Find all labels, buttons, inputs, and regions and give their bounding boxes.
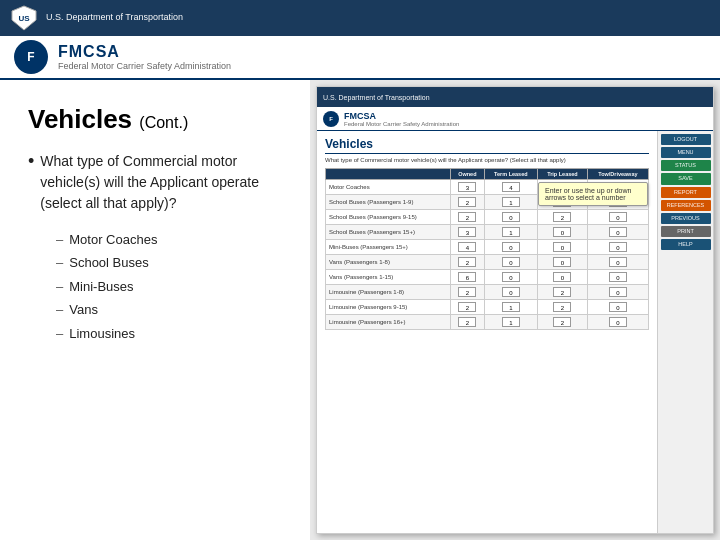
previous-button[interactable]: PREVIOUS — [661, 213, 711, 224]
row-value-cell[interactable]: 0 — [587, 210, 648, 225]
row-value-cell[interactable]: 0 — [587, 315, 648, 330]
row-value-cell[interactable]: 0 — [538, 255, 588, 270]
row-value-cell[interactable]: 4 — [484, 180, 538, 195]
row-value-cell[interactable]: 2 — [538, 300, 588, 315]
row-value-cell[interactable]: 4 — [451, 240, 484, 255]
gov-logo-area: US U.S. Department of Transportation — [10, 4, 183, 32]
inner-fmcsa-title: FMCSA — [344, 111, 459, 121]
save-button[interactable]: SAVE — [661, 173, 711, 184]
row-value-cell[interactable]: 0 — [484, 270, 538, 285]
number-input[interactable]: 0 — [553, 272, 571, 282]
left-panel: Vehicles (Cont.) • What type of Commerci… — [0, 80, 310, 540]
number-input[interactable]: 0 — [502, 257, 520, 267]
row-value-cell[interactable]: 0 — [484, 285, 538, 300]
number-input[interactable]: 0 — [553, 257, 571, 267]
dash-icon: – — [56, 298, 63, 321]
row-value-cell[interactable]: 0 — [538, 240, 588, 255]
row-value-cell[interactable]: 0 — [587, 270, 648, 285]
row-value-cell[interactable]: 2 — [538, 210, 588, 225]
bullet-text: What type of Commercial motor vehicle(s)… — [40, 151, 282, 214]
row-value-cell[interactable]: 6 — [451, 270, 484, 285]
row-value-cell[interactable]: 2 — [451, 315, 484, 330]
number-input[interactable]: 2 — [458, 197, 476, 207]
print-button[interactable]: PRINT — [661, 226, 711, 237]
table-row: School Buses (Passengers 9-15)2020 — [326, 210, 649, 225]
inner-sidebar[interactable]: LOGOUT MENU STATUS SAVE REPORT REFERENCE… — [657, 131, 713, 533]
help-button[interactable]: HELP — [661, 239, 711, 250]
number-input[interactable]: 6 — [458, 272, 476, 282]
main-content: Vehicles (Cont.) • What type of Commerci… — [0, 80, 720, 540]
number-input[interactable]: 0 — [609, 302, 627, 312]
row-value-cell[interactable]: 2 — [451, 255, 484, 270]
number-input[interactable]: 1 — [502, 317, 520, 327]
status-button[interactable]: STATUS — [661, 160, 711, 171]
row-value-cell[interactable]: 3 — [451, 225, 484, 240]
row-value-cell[interactable]: 0 — [587, 225, 648, 240]
row-value-cell[interactable]: 2 — [451, 195, 484, 210]
row-value-cell[interactable]: 1 — [484, 300, 538, 315]
number-input[interactable]: 3 — [458, 182, 476, 192]
number-input[interactable]: 2 — [458, 212, 476, 222]
number-input[interactable]: 2 — [458, 302, 476, 312]
number-input[interactable]: 0 — [553, 227, 571, 237]
col-header-term: Term Leased — [484, 169, 538, 180]
number-input[interactable]: 0 — [502, 212, 520, 222]
row-value-cell[interactable]: 2 — [538, 315, 588, 330]
dash-icon: – — [56, 251, 63, 274]
report-button[interactable]: REPORT — [661, 187, 711, 198]
inner-fmcsa-subtitle: Federal Motor Carrier Safety Administrat… — [344, 121, 459, 127]
number-input[interactable]: 2 — [553, 317, 571, 327]
number-input[interactable]: 1 — [502, 197, 520, 207]
row-label: School Buses (Passengers 15+) — [326, 225, 451, 240]
number-input[interactable]: 0 — [609, 272, 627, 282]
row-value-cell[interactable]: 2 — [451, 210, 484, 225]
number-input[interactable]: 3 — [458, 227, 476, 237]
list-item-label: Vans — [69, 298, 98, 321]
row-value-cell[interactable]: 1 — [484, 225, 538, 240]
row-value-cell[interactable]: 0 — [484, 255, 538, 270]
row-value-cell[interactable]: 0 — [587, 300, 648, 315]
number-input[interactable]: 2 — [553, 212, 571, 222]
number-input[interactable]: 4 — [458, 242, 476, 252]
row-value-cell[interactable]: 0 — [587, 240, 648, 255]
row-value-cell[interactable]: 2 — [538, 285, 588, 300]
row-value-cell[interactable]: 1 — [484, 195, 538, 210]
number-input[interactable]: 0 — [553, 242, 571, 252]
row-value-cell[interactable]: 0 — [587, 255, 648, 270]
row-label: School Buses (Passengers 9-15) — [326, 210, 451, 225]
number-input[interactable]: 2 — [458, 257, 476, 267]
dash-icon: – — [56, 275, 63, 298]
row-value-cell[interactable]: 0 — [587, 285, 648, 300]
logout-button[interactable]: LOGOUT — [661, 134, 711, 145]
row-value-cell[interactable]: 0 — [538, 270, 588, 285]
dash-icon: – — [56, 322, 63, 345]
number-input[interactable]: 0 — [502, 242, 520, 252]
row-value-cell[interactable]: 2 — [451, 300, 484, 315]
number-input[interactable]: 1 — [502, 302, 520, 312]
number-input[interactable]: 0 — [609, 317, 627, 327]
number-input[interactable]: 0 — [609, 212, 627, 222]
number-input[interactable]: 0 — [609, 257, 627, 267]
right-panel: U.S. Department of Transportation F FMCS… — [310, 80, 720, 540]
number-input[interactable]: 0 — [502, 287, 520, 297]
inner-gov-text: U.S. Department of Transportation — [323, 94, 430, 101]
number-input[interactable]: 0 — [502, 272, 520, 282]
menu-button[interactable]: MENU — [661, 147, 711, 158]
number-input[interactable]: 0 — [609, 242, 627, 252]
row-value-cell[interactable]: 0 — [538, 225, 588, 240]
number-input[interactable]: 0 — [609, 227, 627, 237]
row-value-cell[interactable]: 2 — [451, 285, 484, 300]
row-value-cell[interactable]: 0 — [484, 240, 538, 255]
number-input[interactable]: 1 — [502, 227, 520, 237]
number-input[interactable]: 2 — [553, 287, 571, 297]
row-value-cell[interactable]: 0 — [484, 210, 538, 225]
number-input[interactable]: 2 — [458, 317, 476, 327]
number-input[interactable]: 4 — [502, 182, 520, 192]
inner-main-area: Vehicles What type of Commercial motor v… — [317, 131, 713, 533]
number-input[interactable]: 0 — [609, 287, 627, 297]
references-button[interactable]: REFERENCES — [661, 200, 711, 211]
number-input[interactable]: 2 — [553, 302, 571, 312]
number-input[interactable]: 2 — [458, 287, 476, 297]
row-value-cell[interactable]: 1 — [484, 315, 538, 330]
row-value-cell[interactable]: 3 — [451, 180, 484, 195]
